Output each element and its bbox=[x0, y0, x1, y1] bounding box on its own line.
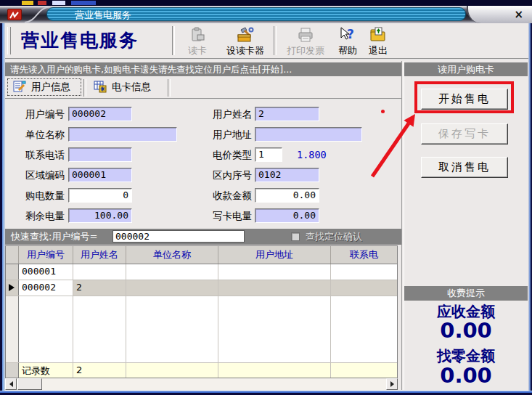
app-logo-icon bbox=[7, 9, 22, 20]
window-frame-bottom bbox=[0, 391, 532, 395]
locate-confirm-checkbox[interactable] bbox=[291, 232, 300, 241]
scroll-right-button[interactable] bbox=[386, 378, 398, 390]
window-title: 营业售电服务 bbox=[75, 9, 131, 20]
background-fragment bbox=[22, 1, 33, 5]
printer-icon bbox=[296, 25, 315, 44]
start-sale-button[interactable]: 开始售电 bbox=[421, 89, 508, 110]
region-code-field[interactable]: 000001 bbox=[68, 168, 132, 182]
column-header[interactable]: 用户编号 bbox=[19, 246, 73, 264]
column-header[interactable]: 单位名称 bbox=[126, 246, 218, 264]
search-input[interactable] bbox=[112, 230, 245, 243]
fee-panel-header: 收费提示 bbox=[404, 286, 528, 301]
empty-cell bbox=[218, 296, 331, 362]
field-label: 剩余电量 bbox=[22, 208, 65, 224]
title-pill: 营业售电服务 bbox=[46, 7, 466, 21]
exit-button[interactable]: 退出 bbox=[364, 25, 393, 57]
field-label: 电价类型 bbox=[210, 147, 252, 163]
tab-user-info-label: 用户信息 bbox=[31, 81, 70, 94]
empty-cell bbox=[19, 296, 73, 362]
field-label: 收款金额 bbox=[210, 188, 252, 203]
empty-cell bbox=[331, 363, 397, 378]
change-amount-value: 0.00 bbox=[404, 363, 528, 388]
background-fragment bbox=[71, 1, 96, 5]
column-header[interactable]: 用户地址 bbox=[218, 246, 331, 264]
tab-user-info[interactable]: 用户信息 bbox=[7, 78, 81, 96]
help-button[interactable]: ? 帮助 bbox=[333, 25, 362, 57]
page-title: 营业售电服务 bbox=[21, 28, 139, 52]
print-invoice-button[interactable]: 打印发票 bbox=[281, 25, 330, 57]
field-label: 购电数量 bbox=[22, 188, 65, 203]
field-label: 用户姓名 bbox=[210, 107, 252, 122]
receivable-amount-value: 0.00 bbox=[404, 318, 528, 343]
set-card-reader-button[interactable]: 设读卡器 bbox=[220, 25, 271, 57]
user-info-form: 用户编号 000002 用户姓名 2 单位名称 用户地址 联系电话 电价类型 1… bbox=[5, 98, 401, 229]
table-empty-area bbox=[6, 296, 397, 362]
titlebar: 营业售电服务 × bbox=[0, 6, 532, 23]
user-number-field[interactable]: 000002 bbox=[68, 107, 132, 121]
cell-user-address bbox=[218, 264, 331, 280]
cell-user-name bbox=[73, 264, 126, 280]
cell-user-number: 000002 bbox=[19, 280, 73, 296]
column-header[interactable]: 联系电 bbox=[331, 246, 397, 264]
tab-bar: 用户信息 电卡信息 bbox=[5, 78, 401, 99]
footer-indicator-cell bbox=[6, 363, 19, 378]
save-write-card-button[interactable]: 保存写卡 bbox=[421, 123, 508, 144]
user-address-field[interactable] bbox=[255, 127, 362, 142]
remaining-power-field[interactable]: 100.00 bbox=[68, 208, 132, 223]
table-row-selected[interactable]: 000002 2 bbox=[6, 280, 397, 296]
cell-user-number: 000001 bbox=[19, 264, 73, 280]
cell-phone bbox=[331, 264, 397, 280]
user-table: 用户编号 用户姓名 单位名称 用户地址 联系电 000001 000002 2 bbox=[5, 245, 398, 378]
cancel-sale-button[interactable]: 取消售电 bbox=[421, 157, 508, 178]
locate-confirm-label: 查找定位确认 bbox=[306, 229, 362, 245]
table-header-row: 用户编号 用户姓名 单位名称 用户地址 联系电 bbox=[6, 246, 397, 264]
read-card-button[interactable]: 读卡 bbox=[179, 25, 216, 57]
price-rate-value: 1.800 bbox=[297, 147, 327, 163]
tab-card-info-label: 电卡信息 bbox=[112, 81, 151, 94]
cell-user-address bbox=[218, 280, 331, 296]
side-panel-header: 读用户购电卡 bbox=[404, 62, 528, 76]
price-type-field[interactable]: 1 bbox=[255, 147, 282, 162]
empty-cell bbox=[126, 363, 218, 378]
tab-card-info[interactable]: 电卡信息 bbox=[89, 78, 165, 96]
status-message-bar: 请先读入用户的购电卡,如购电卡遗失请先查找定位用户后点击[开始]... bbox=[5, 62, 401, 76]
record-count-label: 记录数 bbox=[19, 363, 73, 378]
purchase-quantity-field[interactable]: 0 bbox=[68, 188, 132, 203]
quick-search-label: 快速查找:用户编号= bbox=[11, 229, 97, 245]
row-indicator-cell bbox=[6, 264, 19, 280]
region-serial-field[interactable]: 0102 bbox=[255, 168, 319, 182]
cell-user-name: 2 bbox=[73, 280, 126, 296]
window-frame-right bbox=[528, 23, 532, 391]
print-invoice-label: 打印发票 bbox=[287, 44, 324, 57]
close-button[interactable]: × bbox=[514, 8, 523, 21]
annotation-dot bbox=[381, 110, 385, 113]
record-count-value: 2 bbox=[73, 363, 126, 378]
field-label: 区域编码 bbox=[22, 168, 65, 183]
table-row[interactable]: 000001 bbox=[6, 264, 397, 280]
column-header[interactable]: 用户姓名 bbox=[73, 246, 126, 264]
field-label: 联系电话 bbox=[22, 147, 65, 163]
tab-separator bbox=[168, 79, 171, 97]
quick-search-bar: 快速查找:用户编号= 查找定位确认 bbox=[5, 229, 401, 245]
field-label: 用户编号 bbox=[22, 107, 65, 122]
empty-cell bbox=[73, 296, 126, 362]
cell-unit-name bbox=[126, 264, 218, 280]
card-info-icon bbox=[93, 80, 107, 95]
exit-folder-icon bbox=[369, 25, 388, 44]
tab-separator bbox=[83, 79, 86, 97]
scrollbar-thumb[interactable] bbox=[17, 378, 42, 390]
card-write-power-field[interactable]: 0.00 bbox=[255, 208, 319, 223]
read-card-label: 读卡 bbox=[188, 44, 207, 57]
amount-received-field[interactable]: 0.00 bbox=[255, 188, 319, 203]
scroll-left-button[interactable] bbox=[5, 378, 17, 390]
field-label: 写卡电量 bbox=[210, 208, 252, 224]
toolbar-gripper bbox=[7, 27, 11, 54]
background-window-sliver bbox=[0, 0, 532, 6]
help-label: 帮助 bbox=[338, 44, 357, 57]
empty-cell bbox=[218, 363, 331, 378]
field-label: 用户地址 bbox=[210, 127, 252, 142]
unit-name-field[interactable] bbox=[68, 127, 177, 142]
current-row-arrow-icon bbox=[9, 284, 15, 291]
phone-field[interactable] bbox=[68, 147, 132, 162]
user-name-field[interactable]: 2 bbox=[255, 107, 319, 121]
